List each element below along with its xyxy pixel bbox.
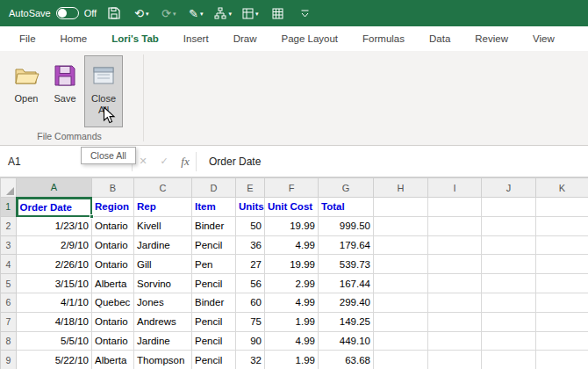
cell-G8[interactable]: 449.10 bbox=[319, 331, 374, 351]
cell-K4[interactable] bbox=[536, 255, 588, 274]
tab-loris-tab[interactable]: Lori's Tab bbox=[99, 26, 171, 51]
save-icon[interactable] bbox=[104, 4, 124, 23]
row-header-5[interactable]: 5 bbox=[1, 274, 17, 293]
cell-H6[interactable] bbox=[374, 293, 428, 312]
cell-E4[interactable]: 27 bbox=[236, 255, 265, 274]
column-header-E[interactable]: E bbox=[236, 178, 265, 198]
row-header-4[interactable]: 4 bbox=[1, 255, 17, 274]
cell-A9[interactable]: 5/22/10 bbox=[17, 351, 92, 369]
tab-home[interactable]: Home bbox=[48, 26, 100, 51]
cell-J5[interactable] bbox=[482, 274, 536, 293]
cell-E8[interactable]: 90 bbox=[236, 331, 265, 351]
cell-D7[interactable]: Pencil bbox=[192, 312, 236, 331]
column-header-A[interactable]: A bbox=[17, 178, 92, 198]
cell-I2[interactable] bbox=[428, 216, 482, 235]
cell-A3[interactable]: 2/9/10 bbox=[17, 235, 92, 255]
cell-F3[interactable]: 4.99 bbox=[265, 235, 319, 255]
cell-E2[interactable]: 50 bbox=[236, 216, 265, 235]
cell-C2[interactable]: Kivell bbox=[134, 216, 192, 235]
table-icon[interactable] bbox=[268, 4, 287, 23]
cell-K9[interactable] bbox=[536, 351, 588, 369]
row-header-3[interactable]: 3 bbox=[1, 235, 17, 255]
cell-K7[interactable] bbox=[536, 312, 588, 331]
cell-E3[interactable]: 36 bbox=[236, 235, 265, 255]
cell-I6[interactable] bbox=[428, 293, 482, 312]
cell-B4[interactable]: Ontario bbox=[92, 255, 134, 274]
cell-K8[interactable] bbox=[536, 331, 588, 351]
cell-B6[interactable]: Quebec bbox=[92, 293, 134, 312]
cell-I8[interactable] bbox=[428, 331, 482, 351]
select-all-button[interactable] bbox=[1, 178, 17, 198]
cell-K2[interactable] bbox=[536, 216, 588, 235]
cell-C8[interactable]: Jardine bbox=[134, 331, 192, 351]
cell-F9[interactable]: 1.99 bbox=[265, 351, 319, 369]
cell-A7[interactable]: 4/18/10 bbox=[17, 312, 92, 331]
column-header-H[interactable]: H bbox=[374, 178, 428, 198]
autosave-toggle[interactable]: AutoSave Off bbox=[9, 7, 97, 19]
cell-B8[interactable]: Ontario bbox=[92, 331, 134, 351]
autosave-switch[interactable] bbox=[56, 7, 79, 19]
cell-F4[interactable]: 19.99 bbox=[265, 255, 319, 274]
cell-G1[interactable]: Total bbox=[319, 198, 374, 217]
cell-G5[interactable]: 167.44 bbox=[319, 274, 374, 293]
tab-formulas[interactable]: Formulas bbox=[350, 26, 417, 51]
cell-G9[interactable]: 63.68 bbox=[319, 351, 374, 369]
cell-I3[interactable] bbox=[428, 235, 482, 255]
customize-quick-access-toolbar-icon[interactable] bbox=[295, 4, 314, 23]
redo-icon[interactable]: ⟳▾ bbox=[159, 4, 178, 23]
cell-J9[interactable] bbox=[482, 351, 536, 369]
ink-pen-icon[interactable]: ✎▾ bbox=[186, 4, 205, 23]
cell-I7[interactable] bbox=[428, 312, 482, 331]
cell-G6[interactable]: 299.40 bbox=[319, 293, 374, 312]
row-header-6[interactable]: 6 bbox=[1, 293, 17, 312]
cell-K1[interactable] bbox=[536, 198, 588, 217]
cell-C7[interactable]: Andrews bbox=[134, 312, 192, 331]
cell-E7[interactable]: 75 bbox=[236, 312, 265, 331]
cell-F5[interactable]: 2.99 bbox=[265, 274, 319, 293]
cell-J2[interactable] bbox=[482, 216, 536, 235]
cell-H8[interactable] bbox=[374, 331, 428, 351]
cell-C9[interactable]: Thompson bbox=[134, 351, 192, 369]
column-header-G[interactable]: G bbox=[319, 178, 374, 198]
cell-E5[interactable]: 56 bbox=[236, 274, 265, 293]
cell-F8[interactable]: 4.99 bbox=[265, 331, 319, 351]
fill-handle[interactable] bbox=[90, 214, 94, 219]
tab-file[interactable]: File bbox=[7, 26, 48, 51]
cell-E6[interactable]: 60 bbox=[236, 293, 265, 312]
tab-view[interactable]: View bbox=[520, 26, 567, 51]
cells-grid-icon[interactable]: ▾ bbox=[240, 4, 260, 23]
cell-E1[interactable]: Units bbox=[236, 198, 265, 217]
column-header-D[interactable]: D bbox=[192, 178, 236, 198]
cell-D8[interactable]: Pencil bbox=[192, 331, 236, 351]
cell-A2[interactable]: 1/23/10 bbox=[17, 216, 92, 235]
cell-G3[interactable]: 179.64 bbox=[319, 235, 374, 255]
cell-F1[interactable]: Unit Cost bbox=[265, 198, 319, 217]
cell-I5[interactable] bbox=[428, 274, 482, 293]
cell-I4[interactable] bbox=[428, 255, 482, 274]
enter-icon[interactable]: ✓ bbox=[154, 156, 175, 167]
cell-F7[interactable]: 1.99 bbox=[265, 312, 319, 331]
cell-D6[interactable]: Binder bbox=[192, 293, 236, 312]
formula-input[interactable]: Order Date bbox=[197, 156, 261, 168]
cell-A1[interactable]: Order Date bbox=[17, 198, 92, 217]
cell-D1[interactable]: Item bbox=[192, 198, 236, 217]
cell-H4[interactable] bbox=[374, 255, 428, 274]
cell-F2[interactable]: 19.99 bbox=[265, 216, 319, 235]
cell-C1[interactable]: Rep bbox=[134, 198, 192, 217]
cell-C4[interactable]: Gill bbox=[134, 255, 192, 274]
row-header-8[interactable]: 8 bbox=[1, 331, 17, 351]
tab-insert[interactable]: Insert bbox=[171, 26, 221, 51]
cell-A8[interactable]: 5/5/10 bbox=[17, 331, 92, 351]
cell-D4[interactable]: Pen bbox=[192, 255, 236, 274]
column-header-B[interactable]: B bbox=[92, 178, 134, 198]
org-chart-icon[interactable]: ▾ bbox=[213, 4, 233, 23]
tab-draw[interactable]: Draw bbox=[221, 26, 269, 51]
cell-J4[interactable] bbox=[482, 255, 536, 274]
column-header-I[interactable]: I bbox=[428, 178, 482, 198]
row-header-7[interactable]: 7 bbox=[1, 312, 17, 331]
cell-H5[interactable] bbox=[374, 274, 428, 293]
cell-C5[interactable]: Sorvino bbox=[134, 274, 192, 293]
tab-review[interactable]: Review bbox=[463, 26, 520, 51]
cell-B7[interactable]: Ontario bbox=[92, 312, 134, 331]
column-header-F[interactable]: F bbox=[265, 178, 319, 198]
